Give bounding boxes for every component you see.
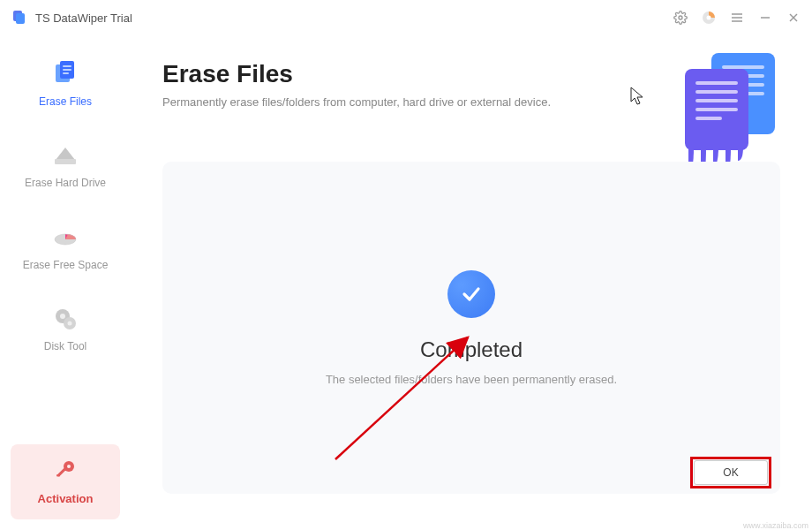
sidebar-item-erase-hard-drive[interactable]: Erase Hard Drive: [9, 129, 122, 200]
erase-files-icon: [49, 58, 81, 90]
documents-illustration-icon: [678, 49, 784, 155]
sidebar-item-label: Erase Free Space: [23, 259, 109, 271]
disk-tool-icon: [49, 303, 81, 335]
activation-label: Activation: [38, 492, 94, 505]
svg-rect-16: [55, 159, 76, 164]
titlebar: TS DataWiper Trial: [0, 0, 812, 35]
svg-rect-35: [695, 99, 738, 102]
svg-rect-1: [16, 13, 25, 24]
svg-rect-15: [63, 72, 69, 74]
main-content: Erase Files Permanently erase files/fold…: [131, 35, 812, 530]
menu-icon[interactable]: [729, 10, 745, 26]
main-header: Erase Files Permanently erase files/fold…: [162, 60, 780, 109]
sidebar-item-disk-tool[interactable]: Disk Tool: [9, 292, 122, 363]
status-title: Completed: [420, 337, 523, 362]
status-message: The selected files/folders have been per…: [326, 373, 617, 386]
svg-point-24: [67, 465, 71, 468]
svg-rect-33: [695, 81, 738, 85]
svg-rect-34: [695, 90, 738, 94]
erase-free-space-icon: [49, 222, 81, 254]
settings-icon[interactable]: [673, 10, 688, 26]
svg-point-4: [707, 16, 711, 20]
sidebar-item-label: Erase Hard Drive: [25, 177, 106, 189]
ok-button[interactable]: OK: [694, 460, 768, 485]
svg-rect-28: [722, 65, 764, 69]
success-check-icon: [447, 270, 495, 318]
sidebar-item-erase-files[interactable]: Erase Files: [9, 48, 122, 118]
result-panel: Completed The selected files/folders hav…: [162, 162, 780, 494]
sidebar: Erase Files Erase Hard Drive Erase F: [0, 35, 131, 530]
disc-icon[interactable]: [701, 10, 717, 26]
key-icon: [54, 458, 77, 485]
sidebar-item-label: Disk Tool: [44, 340, 86, 352]
svg-point-22: [68, 322, 72, 326]
minimize-icon[interactable]: [757, 10, 773, 26]
svg-rect-26: [56, 474, 60, 477]
app-title: TS DataWiper Trial: [35, 11, 132, 25]
svg-point-20: [60, 314, 65, 319]
sidebar-item-activation[interactable]: Activation: [11, 444, 120, 519]
titlebar-actions: [673, 10, 801, 26]
svg-rect-14: [63, 69, 71, 71]
svg-rect-13: [63, 65, 71, 67]
erase-hard-drive-icon: [49, 140, 81, 171]
sidebar-item-label: Erase Files: [39, 95, 92, 108]
svg-point-2: [679, 16, 682, 19]
close-icon[interactable]: [786, 10, 801, 26]
app-logo-icon: [11, 9, 28, 26]
sidebar-item-erase-free-space[interactable]: Erase Free Space: [9, 211, 122, 282]
svg-rect-37: [695, 117, 722, 120]
svg-rect-36: [695, 108, 738, 111]
